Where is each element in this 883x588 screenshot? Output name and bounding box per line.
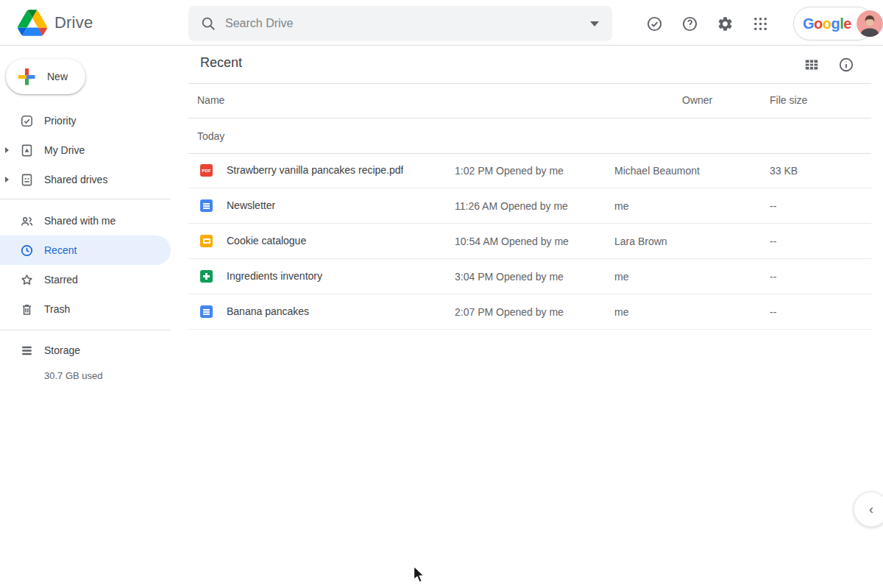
storage-icon — [20, 344, 34, 358]
question-circle-icon — [681, 15, 698, 32]
avatar[interactable] — [857, 10, 883, 37]
grid-view-icon — [804, 57, 820, 73]
date-section-label: Today — [197, 130, 224, 142]
file-row[interactable]: Ingredients inventory 3:04 PM Opened by … — [177, 259, 883, 294]
storage-usage: 30.7 GB used — [44, 370, 103, 381]
file-row[interactable]: Cookie catalogue 10:54 AM Opened by me L… — [177, 224, 883, 259]
file-size: -- — [770, 271, 776, 283]
trash-icon — [20, 302, 34, 316]
sidebar: New Priority My Drive — [0, 46, 177, 588]
file-owner: me — [614, 271, 628, 283]
shared-with-me-icon — [20, 214, 34, 228]
file-activity: 10:54 AM Opened by me — [455, 235, 569, 247]
new-button[interactable]: New — [6, 59, 85, 94]
search-placeholder: Search Drive — [225, 17, 590, 30]
info-icon — [838, 57, 854, 73]
expand-chevron-icon[interactable] — [5, 147, 9, 153]
file-activity: 3:04 PM Opened by me — [455, 271, 564, 283]
sidebar-item-shared-drives[interactable]: Shared drives — [0, 165, 171, 194]
divider — [188, 83, 871, 84]
file-row[interactable]: Strawberry vanilla pancakes recipe.pdf 1… — [177, 153, 883, 188]
main-content: Recent Name Owner File size Today Strawb… — [177, 46, 883, 588]
column-header-size: File size — [770, 94, 807, 106]
file-row[interactable]: Banana pancakes 2:07 PM Opened by me me … — [177, 294, 883, 330]
file-owner: Lara Brown — [614, 235, 667, 247]
file-name: Ingredients inventory — [227, 270, 322, 282]
sidebar-item-starred[interactable]: Starred — [0, 265, 171, 294]
grid-view-button[interactable] — [797, 50, 826, 79]
file-size: -- — [770, 306, 776, 318]
file-size: -- — [770, 235, 776, 247]
recent-clock-icon — [20, 244, 34, 258]
offline-status-button[interactable] — [639, 9, 669, 38]
sidebar-item-priority[interactable]: Priority — [0, 106, 171, 135]
search-input[interactable]: Search Drive — [188, 6, 612, 41]
divider — [188, 118, 871, 118]
file-owner: Michael Beaumont — [614, 165, 700, 177]
check-circle-icon — [646, 15, 663, 32]
file-type-icon — [200, 164, 213, 177]
sidebar-item-recent[interactable]: Recent — [0, 235, 171, 265]
file-name: Newsletter — [227, 199, 275, 211]
divider — [0, 199, 171, 199]
file-row[interactable]: Newsletter 11:26 AM Opened by me me -- — [177, 188, 883, 224]
file-size: 33 KB — [770, 165, 798, 177]
star-icon — [20, 273, 34, 287]
top-app-bar: Drive Search Drive Google — [0, 0, 883, 46]
search-icon — [200, 15, 216, 32]
help-button[interactable] — [675, 9, 704, 38]
column-header-name[interactable]: Name — [197, 94, 224, 106]
file-name: Strawberry vanilla pancakes recipe.pdf — [227, 164, 403, 176]
collapse-panel-button[interactable]: ‹ — [854, 492, 883, 527]
file-owner: me — [614, 200, 628, 212]
settings-button[interactable] — [710, 9, 740, 38]
divider — [0, 330, 171, 330]
apps-grid-icon — [752, 15, 769, 32]
new-button-label: New — [47, 71, 68, 82]
file-name: Cookie catalogue — [227, 235, 306, 247]
my-drive-icon — [20, 144, 34, 157]
shared-drives-icon — [20, 173, 34, 187]
column-header-owner: Owner — [682, 94, 712, 106]
file-type-icon — [200, 270, 213, 283]
file-activity: 1:02 PM Opened by me — [455, 165, 564, 177]
gear-icon — [717, 15, 734, 32]
google-drive-logo-icon[interactable] — [18, 10, 47, 36]
sidebar-item-trash[interactable]: Trash — [0, 294, 171, 324]
search-options-caret-icon[interactable] — [590, 21, 599, 26]
file-type-icon — [200, 235, 213, 247]
file-name: Banana pancakes — [227, 305, 309, 317]
file-owner: me — [614, 306, 628, 318]
page-title: Recent — [200, 55, 242, 71]
file-activity: 11:26 AM Opened by me — [455, 200, 568, 212]
file-type-icon — [200, 199, 213, 212]
chevron-left-icon: ‹ — [869, 502, 873, 517]
sidebar-item-my-drive[interactable]: My Drive — [0, 135, 171, 165]
app-title: Drive — [54, 0, 93, 46]
sidebar-item-storage[interactable]: Storage — [0, 336, 171, 365]
file-activity: 2:07 PM Opened by me — [455, 306, 564, 318]
sidebar-item-shared-with-me[interactable]: Shared with me — [0, 206, 171, 235]
expand-chevron-icon[interactable] — [5, 177, 9, 183]
multicolor-plus-icon — [16, 66, 37, 87]
file-type-icon — [200, 305, 213, 318]
file-size: -- — [770, 200, 776, 212]
google-wordmark: Google — [803, 15, 851, 32]
details-button[interactable] — [831, 50, 861, 79]
google-account-button[interactable]: Google — [793, 7, 874, 40]
google-apps-button[interactable] — [745, 9, 775, 38]
priority-icon — [20, 114, 34, 128]
divider — [188, 329, 871, 330]
